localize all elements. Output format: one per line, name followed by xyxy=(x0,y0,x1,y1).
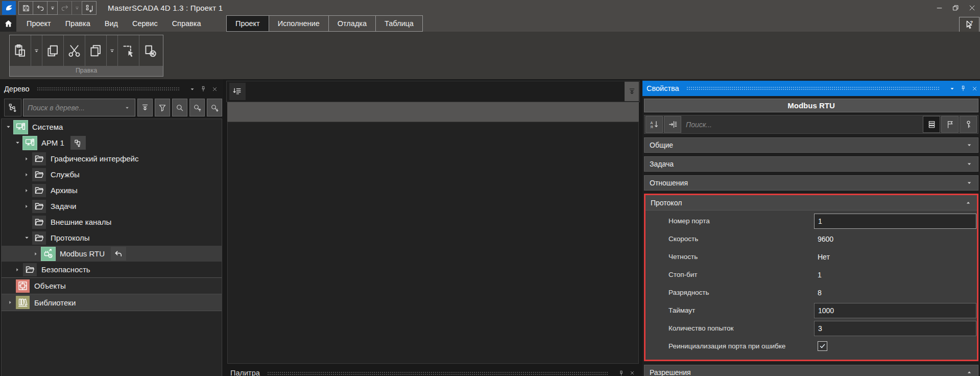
tree-search-up-button[interactable] xyxy=(189,99,205,116)
tree-search-dropdown-icon[interactable] xyxy=(122,103,133,112)
tree-search-input[interactable] xyxy=(28,104,122,112)
copy-move-button[interactable] xyxy=(70,136,86,150)
tree-search-box[interactable] xyxy=(23,99,135,116)
properties-menu-icon[interactable] xyxy=(946,84,958,93)
ribbon-select-button[interactable] xyxy=(118,35,139,66)
tab-project[interactable]: Проект xyxy=(227,16,269,31)
tree-expand-all-button[interactable] xyxy=(137,99,153,116)
window-restore-button[interactable] xyxy=(947,0,964,15)
expander-collapsed-icon[interactable] xyxy=(15,267,23,272)
props-view-rows-button[interactable] xyxy=(923,116,940,133)
prop-retries-input[interactable]: 3 xyxy=(814,321,976,336)
tab-table[interactable]: Таблица xyxy=(376,16,422,31)
props-go-to-element-button[interactable] xyxy=(664,116,681,133)
properties-search-box[interactable] xyxy=(682,116,922,133)
properties-pin-icon[interactable] xyxy=(958,84,969,93)
insert-rows-button[interactable] xyxy=(229,83,246,100)
prop-reinit-on-error-checkbox[interactable] xyxy=(818,341,827,351)
section-relations-header[interactable]: Отношения xyxy=(644,175,978,191)
tree-item-graphic-interface[interactable]: Графический интерфейс xyxy=(2,151,222,167)
prop-data-bits-value[interactable]: 8 xyxy=(814,289,977,297)
tree-panel-close-icon[interactable] xyxy=(209,84,220,93)
section-general-header[interactable]: Общие xyxy=(644,137,978,153)
tree-panel-pin-icon[interactable] xyxy=(198,84,209,93)
prop-label: Таймаут xyxy=(646,307,814,314)
expander-collapsed-icon[interactable] xyxy=(33,251,41,256)
redo-options-button[interactable] xyxy=(71,1,82,15)
chev-down-icon xyxy=(966,179,973,186)
props-keys-button[interactable] xyxy=(960,116,977,133)
tree-item-system[interactable]: Система xyxy=(2,119,222,135)
menu-view[interactable]: Вид xyxy=(98,15,125,32)
palette-drag-handle[interactable] xyxy=(267,371,608,375)
tree-item-security[interactable]: Безопасность xyxy=(2,262,222,277)
ribbon-cut-button[interactable] xyxy=(64,35,85,66)
prop-timeout-input[interactable]: 1000 xyxy=(814,303,976,318)
save-button[interactable] xyxy=(18,1,33,15)
undo-options-button[interactable] xyxy=(47,1,58,15)
prop-port-number-input[interactable]: 1 xyxy=(814,214,976,229)
title-bar[interactable]: MasterSCADA 4D 1.3 : Проект 1 xyxy=(0,0,980,15)
tree-panel-drag-handle[interactable] xyxy=(37,87,179,91)
highlight-frame: ПротоколНомер порта1Скорость9600Четность… xyxy=(644,194,978,361)
tree-search-down-button[interactable] xyxy=(207,99,222,116)
expander-collapsed-icon[interactable] xyxy=(24,172,32,177)
expander-collapsed-icon[interactable] xyxy=(8,300,16,305)
palette-close-icon[interactable] xyxy=(627,368,638,376)
canvas-expand-button[interactable] xyxy=(625,82,639,101)
ribbon-paste-button[interactable] xyxy=(10,35,31,66)
ribbon-copy-button[interactable] xyxy=(42,35,64,66)
tab-debug[interactable]: Отладка xyxy=(329,16,376,31)
menu-help[interactable]: Справка xyxy=(165,15,208,32)
expander-collapsed-icon[interactable] xyxy=(24,188,32,193)
tree-item-archives[interactable]: Архивы xyxy=(2,182,222,198)
expander-collapsed-icon[interactable] xyxy=(24,204,32,209)
ribbon-paste-options-button[interactable] xyxy=(31,35,42,66)
menu-project[interactable]: Проект xyxy=(19,15,58,32)
properties-close-icon[interactable] xyxy=(969,84,980,93)
tree-section-libraries[interactable]: Библиотеки xyxy=(2,294,222,311)
home-button[interactable] xyxy=(0,15,16,32)
window-close-button[interactable] xyxy=(964,0,980,15)
tree-item-tasks[interactable]: Задачи xyxy=(2,198,222,214)
canvas[interactable] xyxy=(227,122,639,364)
prop-parity-value[interactable]: Нет xyxy=(814,253,977,261)
expander-collapsed-icon[interactable] xyxy=(24,156,32,161)
prop-stop-bits-value[interactable]: 1 xyxy=(814,271,977,279)
window-minimize-button[interactable] xyxy=(931,0,947,15)
ribbon-delete-button[interactable] xyxy=(139,35,161,66)
canvas-top-bar xyxy=(226,81,640,102)
expander-expanded-icon[interactable] xyxy=(6,124,14,130)
tree-item-protocols[interactable]: Протоколы xyxy=(2,230,222,246)
section-permissions-header[interactable]: Разрешения xyxy=(644,365,978,376)
tree-settings-button[interactable] xyxy=(4,99,21,116)
expander-expanded-icon[interactable] xyxy=(24,235,32,241)
tree-section-objects[interactable]: Объекты xyxy=(2,277,222,294)
section-task-header[interactable]: Задача xyxy=(644,156,978,172)
tree-panel-menu-icon[interactable] xyxy=(186,84,198,93)
properties-drag-handle[interactable] xyxy=(686,86,939,90)
tree-item-external-channels[interactable]: Внешние каналы xyxy=(2,214,222,230)
expander-expanded-icon[interactable] xyxy=(15,140,23,146)
ribbon-duplicate-options-button[interactable] xyxy=(107,35,118,66)
properties-search-input[interactable] xyxy=(686,121,918,129)
prop-baud-rate-value[interactable]: 9600 xyxy=(814,235,977,243)
tab-runtime[interactable]: Исполнение xyxy=(269,16,329,31)
tree-filter-button[interactable] xyxy=(155,99,170,116)
redo-button[interactable] xyxy=(57,1,72,15)
restore-layout-button[interactable] xyxy=(82,1,97,15)
props-sort-button[interactable]: АЯ xyxy=(646,116,663,133)
context-help-button[interactable]: ? xyxy=(959,17,979,33)
palette-pin-icon[interactable] xyxy=(615,368,627,376)
props-flags-button[interactable] xyxy=(941,116,959,133)
undo-button[interactable] xyxy=(33,1,47,15)
menu-service[interactable]: Сервис xyxy=(125,15,165,32)
menu-edit[interactable]: Правка xyxy=(58,15,98,32)
ribbon-duplicate-button[interactable] xyxy=(85,35,107,66)
tree-search-button[interactable] xyxy=(172,99,187,116)
section-protocol-header[interactable]: Протокол xyxy=(646,195,977,210)
undo-badge-button[interactable] xyxy=(111,247,126,261)
tree-item-modbus-rtu[interactable]: Modbus RTU xyxy=(2,246,222,262)
tree-item-arm-1[interactable]: АРМ 1 xyxy=(2,135,222,151)
tree-item-services[interactable]: Службы xyxy=(2,167,222,182)
